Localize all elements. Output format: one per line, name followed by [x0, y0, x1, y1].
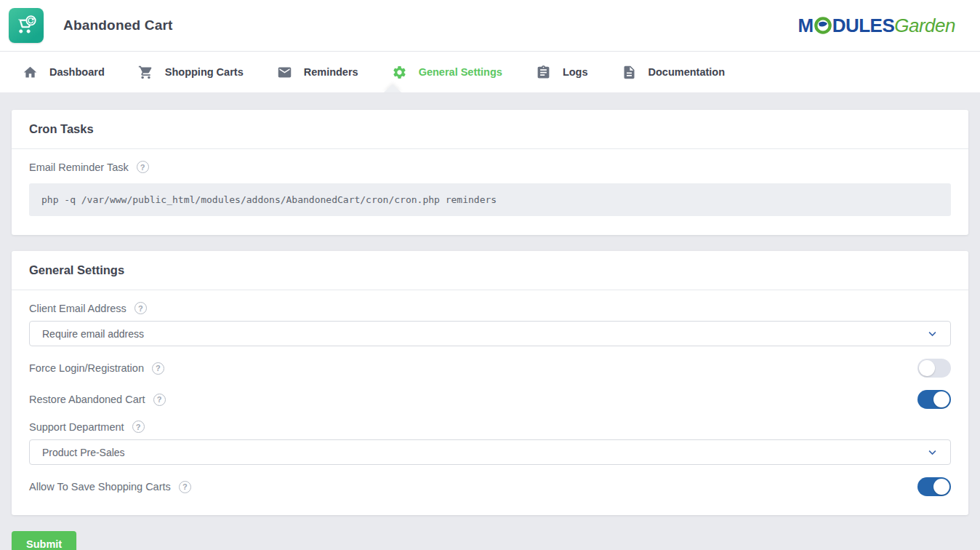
content-area: Cron Tasks Email Reminder Task ? php -q …	[0, 92, 980, 550]
toggle-knob	[933, 479, 949, 495]
clipboard-icon	[536, 65, 551, 80]
tab-logs[interactable]: Logs	[519, 52, 605, 92]
support-department-select[interactable]: Product Pre-Sales	[29, 439, 951, 465]
field-label-text: Restore Abandoned Cart	[29, 394, 145, 405]
cron-tasks-header: Cron Tasks	[12, 110, 968, 149]
help-icon[interactable]: ?	[132, 421, 145, 433]
allow-save-label: Allow To Save Shopping Carts ?	[29, 481, 191, 493]
select-value: Product Pre-Sales	[42, 447, 125, 458]
help-icon[interactable]: ?	[134, 302, 147, 314]
tab-label: Shopping Carts	[165, 66, 244, 78]
modulesgarden-logo: MDULESGarden	[798, 15, 955, 36]
help-icon[interactable]: ?	[137, 161, 149, 173]
toggle-knob	[919, 360, 935, 376]
globe-icon	[814, 17, 832, 37]
force-login-toggle[interactable]	[917, 359, 951, 378]
general-settings-card: General Settings Client Email Address ? …	[12, 251, 968, 515]
card-title: General Settings	[29, 263, 124, 276]
cart-refresh-icon	[15, 15, 37, 36]
tab-label: Reminders	[304, 66, 358, 78]
help-icon[interactable]: ?	[152, 362, 164, 375]
tab-documentation[interactable]: Documentation	[605, 52, 742, 92]
cron-tasks-body: Email Reminder Task ? php -q /var/www/pu…	[12, 161, 968, 235]
general-settings-header: General Settings	[12, 251, 968, 290]
card-title: Cron Tasks	[29, 122, 94, 135]
help-icon[interactable]: ?	[153, 394, 166, 406]
document-icon	[622, 65, 637, 80]
field-label-text: Email Reminder Task	[29, 162, 129, 173]
submit-button[interactable]: Submit	[12, 531, 76, 550]
cron-tasks-card: Cron Tasks Email Reminder Task ? php -q …	[12, 110, 968, 235]
restore-cart-toggle[interactable]	[917, 390, 951, 409]
cart-icon	[138, 65, 153, 80]
tab-label: Dashboard	[49, 66, 105, 78]
tab-reminders[interactable]: Reminders	[260, 52, 375, 92]
help-icon[interactable]: ?	[179, 481, 191, 493]
logo-text-garden: Garden	[894, 16, 955, 35]
active-tab-caret	[384, 84, 401, 92]
field-label-text: Support Department	[29, 421, 124, 433]
module-nav: Dashboard Shopping Carts Reminders Gener…	[0, 52, 980, 92]
field-label-text: Client Email Address	[29, 303, 126, 314]
field-label-text: Allow To Save Shopping Carts	[29, 481, 171, 493]
general-settings-body: Client Email Address ? Require email add…	[12, 302, 968, 515]
email-reminder-task-label: Email Reminder Task ?	[29, 161, 951, 173]
tab-dashboard[interactable]: Dashboard	[6, 52, 121, 92]
tab-label: General Settings	[419, 66, 502, 78]
cron-command-code: php -q /var/www/public_html/modules/addo…	[29, 183, 951, 216]
page-title: Abandoned Cart	[63, 17, 173, 33]
client-email-address-label: Client Email Address ?	[29, 302, 951, 314]
field-label-text: Force Login/Registration	[29, 362, 144, 374]
force-login-label: Force Login/Registration ?	[29, 362, 164, 375]
support-department-label: Support Department ?	[29, 421, 951, 433]
app-header: Abandoned Cart MDULESGarden	[0, 0, 980, 52]
force-login-row: Force Login/Registration ?	[29, 359, 951, 378]
toggle-knob	[933, 391, 949, 407]
abandoned-cart-app-icon	[9, 8, 44, 43]
mail-icon	[277, 65, 292, 80]
chevron-down-icon	[927, 328, 938, 339]
tab-label: Documentation	[648, 66, 726, 78]
tab-shopping-carts[interactable]: Shopping Carts	[121, 52, 260, 92]
chevron-down-icon	[927, 447, 938, 458]
logo-text-m: M	[798, 16, 813, 35]
restore-cart-row: Restore Abandoned Cart ?	[29, 390, 951, 409]
home-icon	[23, 65, 38, 80]
allow-save-toggle[interactable]	[917, 477, 951, 496]
client-email-address-select[interactable]: Require email address	[29, 321, 951, 346]
gear-icon	[392, 65, 407, 80]
restore-cart-label: Restore Abandoned Cart ?	[29, 394, 166, 406]
tab-label: Logs	[563, 66, 588, 78]
select-value: Require email address	[42, 328, 144, 340]
logo-text-dules: DULES	[832, 16, 895, 35]
allow-save-row: Allow To Save Shopping Carts ?	[29, 477, 951, 496]
